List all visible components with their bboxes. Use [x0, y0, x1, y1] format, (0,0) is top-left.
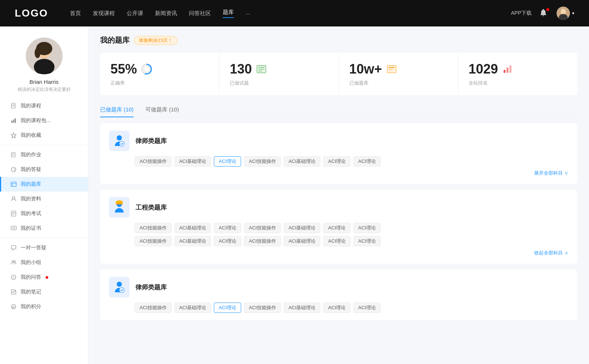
sidebar-item-1on1[interactable]: 一对一答疑	[0, 240, 88, 255]
group-icon	[10, 259, 17, 266]
divider-2	[0, 238, 88, 238]
bank-tag[interactable]: ACI基础理论	[174, 223, 211, 233]
sidebar-label-cert: 我的证书	[21, 225, 41, 232]
sidebar-label-exam: 我的考试	[21, 210, 41, 217]
user-icon	[10, 196, 17, 202]
sidebar-item-course[interactable]: 我的课程	[0, 99, 88, 113]
sidebar-item-group[interactable]: 我的小组	[0, 255, 88, 270]
qa-icon: ?	[10, 274, 17, 281]
app-download-link[interactable]: APP下载	[511, 10, 532, 17]
bank-tag[interactable]: ACI理论	[323, 236, 350, 246]
bank-tag[interactable]: ACI理论	[353, 223, 381, 233]
nav: 首页 发现课程 公开课 新闻资讯 问答社区 题库 ···	[70, 9, 496, 18]
sidebar-label-questionbank: 我的题库	[21, 181, 41, 188]
tab-done-banks[interactable]: 已做题库 (10)	[100, 103, 134, 117]
bank-tag[interactable]: ACI理论	[323, 303, 350, 313]
nav-questions[interactable]: 题库	[223, 9, 234, 18]
bank-tag[interactable]: ACI技能操作	[135, 236, 172, 246]
main-content: 我的题库 体验剩余23天！ 55% 正确率	[88, 26, 589, 364]
sidebar-item-questionbank[interactable]: 我的题库	[0, 177, 88, 192]
bank-tag[interactable]: ACI基础理论	[284, 236, 321, 246]
bank-tag[interactable]: ACI技能操作	[244, 156, 281, 167]
svg-point-52	[117, 135, 122, 140]
stat-ranking-top: 1029	[469, 61, 567, 77]
stat-ranking: 1029 全站排名	[458, 53, 577, 95]
bank-tag[interactable]: ACI基础理论	[174, 236, 211, 246]
svg-point-31	[14, 261, 15, 262]
nav-qa[interactable]: 问答社区	[189, 10, 211, 17]
sidebar-item-exam[interactable]: 我的考试	[0, 206, 88, 221]
sidebar-label-group: 我的小组	[21, 259, 41, 266]
nav-discover[interactable]: 发现课程	[93, 10, 115, 17]
bank-tag-active[interactable]: ACI理论	[214, 303, 241, 313]
bank-tag[interactable]: ACI基础理论	[284, 223, 321, 233]
bank-footer-lawyer-1: 展开全部科目 ∨	[109, 169, 568, 176]
bank-tag[interactable]: ACI基础理论	[284, 156, 321, 167]
sidebar-item-package[interactable]: 我的课程包...	[0, 113, 88, 128]
stat-done-banks-label: 已做题库	[349, 80, 448, 86]
expand-button-lawyer-1[interactable]: 展开全部科目 ∨	[534, 170, 568, 176]
sidebar-item-favorites[interactable]: 我的收藏	[0, 128, 88, 143]
notification-bell[interactable]	[539, 8, 549, 18]
bank-tag[interactable]: ACI基础理论	[174, 303, 211, 313]
bank-card-lawyer-2: 律师类题库 ACI技能操作 ACI基础理论 ACI理论 ACI技能操作 ACI基…	[100, 270, 577, 320]
lawyer-icon	[109, 131, 130, 151]
stat-done-questions-value: 130	[230, 61, 252, 77]
bank-tag[interactable]: ACI技能操作	[135, 156, 172, 167]
svg-rect-20	[11, 182, 16, 186]
sidebar-item-points[interactable]: 积 我的积分	[0, 299, 88, 314]
sidebar-item-myqa[interactable]: ? 我的问答	[0, 270, 88, 285]
svg-point-58	[117, 282, 122, 287]
svg-rect-12	[13, 119, 14, 123]
nav-more[interactable]: ···	[246, 10, 250, 17]
nav-home[interactable]: 首页	[70, 10, 81, 17]
bank-footer-engineer: 收起全部科目 ∧	[109, 249, 568, 256]
bank-tag[interactable]: ACI技能操作	[135, 223, 172, 233]
sidebar-label-course: 我的课程	[21, 103, 41, 109]
bank-tag[interactable]: ACI理论	[353, 156, 381, 167]
bank-tag[interactable]: ACI基础理论	[174, 156, 211, 167]
bank-tag[interactable]: ACI理论	[323, 156, 350, 167]
bank-tag-active[interactable]: ACI理论	[214, 156, 241, 167]
sidebar-item-notes[interactable]: 我的笔记	[0, 285, 88, 299]
svg-rect-49	[504, 70, 505, 73]
bank-tag[interactable]: ACI理论	[214, 236, 241, 246]
nav-news[interactable]: 新闻资讯	[155, 10, 177, 17]
stat-ranking-label: 全站排名	[469, 80, 567, 86]
file-icon	[10, 103, 17, 109]
sidebar-item-homework[interactable]: 我的作业	[0, 147, 88, 162]
bank-tag[interactable]: ACI技能操作	[244, 223, 281, 233]
bank-tag[interactable]: ACI技能操作	[244, 236, 281, 246]
bank-tag[interactable]: ACI理论	[323, 223, 350, 233]
stat-accuracy: 55% 正确率	[100, 53, 219, 95]
header: LOGO 首页 发现课程 公开课 新闻资讯 问答社区 题库 ··· APP下载 …	[0, 0, 589, 26]
bank-tag[interactable]: ACI理论	[353, 236, 381, 246]
svg-rect-47	[389, 69, 393, 69]
svg-rect-50	[507, 68, 508, 73]
sidebar-item-cert[interactable]: 我的证书	[0, 221, 88, 236]
stat-accuracy-top: 55%	[110, 61, 209, 77]
svg-point-40	[143, 66, 150, 72]
user-avatar-container[interactable]: ▾	[557, 7, 574, 20]
bank-tag[interactable]: ACI技能操作	[244, 303, 281, 313]
header-right: APP下载 ▾	[511, 7, 574, 20]
sidebar-item-profile[interactable]: 我的资料	[0, 192, 88, 206]
sidebar-item-qa[interactable]: ? 我的答疑	[0, 162, 88, 177]
bank-tag[interactable]: ACI理论	[353, 303, 381, 313]
sidebar-menu: 我的课程 我的课程包... 我的收藏 我的作业	[0, 99, 88, 314]
tabs-row: 已做题库 (10) 可做题库 (10)	[100, 103, 577, 117]
page-title: 我的题库	[100, 35, 130, 45]
nav-mooc[interactable]: 公开课	[127, 10, 143, 17]
bank-header-engineer: 工程类题库	[109, 197, 568, 218]
bank-tag[interactable]: ACI技能操作	[135, 303, 172, 313]
svg-point-1	[561, 9, 566, 15]
bank-tag[interactable]: ACI基础理论	[284, 303, 321, 313]
tab-available-banks[interactable]: 可做题库 (10)	[145, 103, 179, 117]
stat-done-banks: 10w+ 已做题库	[339, 53, 458, 95]
bank-tag[interactable]: ACI理论	[214, 223, 241, 233]
sidebar-label-favorites: 我的收藏	[21, 132, 41, 139]
svg-rect-46	[389, 67, 395, 68]
collapse-button-engineer[interactable]: 收起全部科目 ∧	[534, 250, 568, 256]
bank-header-lawyer-2: 律师类题库	[109, 277, 568, 297]
svg-rect-51	[509, 65, 511, 73]
